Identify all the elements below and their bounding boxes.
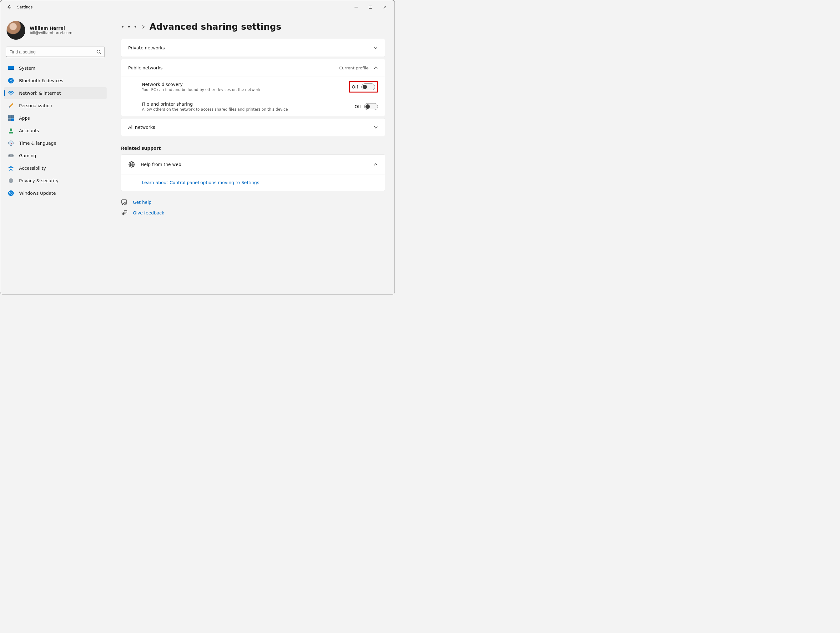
- svg-point-5: [11, 95, 11, 96]
- file-printer-toggle[interactable]: [364, 103, 378, 110]
- sidebar-item-label: Accounts: [19, 128, 39, 133]
- wifi-icon: [8, 90, 14, 96]
- help-title: Help from the web: [141, 162, 181, 167]
- chevron-up-icon: [374, 66, 378, 69]
- sidebar-item-label: Accessibility: [19, 166, 46, 170]
- user-email: bill@williamharrel.com: [30, 31, 72, 35]
- svg-rect-7: [11, 115, 14, 118]
- sidebar-item-update[interactable]: Windows Update: [4, 187, 107, 199]
- sidebar-item-system[interactable]: System: [4, 62, 107, 74]
- help-from-web-header[interactable]: Help from the web: [121, 155, 385, 174]
- network-discovery-toggle[interactable]: [362, 84, 375, 90]
- svg-rect-3: [8, 69, 14, 70]
- panel-all-networks[interactable]: All networks: [121, 118, 385, 136]
- sidebar-item-label: Network & internet: [19, 91, 61, 96]
- panel-title: Public networks: [128, 65, 163, 70]
- svg-rect-9: [11, 118, 14, 121]
- globe-icon: [128, 161, 135, 168]
- sidebar-item-label: Apps: [19, 116, 30, 121]
- search-input[interactable]: [9, 49, 96, 54]
- help-icon: ?: [121, 199, 127, 205]
- svg-rect-8: [8, 118, 11, 121]
- give-feedback-link[interactable]: Give feedback: [121, 210, 385, 216]
- page-title: Advanced sharing settings: [150, 22, 281, 32]
- panel-meta: Current profile: [339, 66, 369, 70]
- svg-rect-6: [8, 115, 11, 118]
- sidebar-item-label: Privacy & security: [19, 178, 58, 183]
- chevron-up-icon: [374, 163, 378, 166]
- svg-point-15: [10, 166, 11, 167]
- close-button[interactable]: [377, 2, 392, 12]
- help-link[interactable]: Learn about Control panel options moving…: [142, 180, 259, 185]
- sidebar-item-label: Bluetooth & devices: [19, 78, 63, 83]
- person-icon: [8, 128, 14, 134]
- titlebar: Settings: [0, 0, 395, 14]
- svg-point-21: [122, 212, 124, 214]
- sidebar-item-apps[interactable]: Apps: [4, 112, 107, 124]
- toggle-state: Off: [355, 104, 361, 109]
- minimize-button[interactable]: [349, 2, 363, 12]
- panel-title: All networks: [128, 125, 155, 130]
- svg-rect-0: [369, 6, 372, 9]
- related-support-label: Related support: [121, 146, 385, 151]
- gamepad-icon: [8, 153, 14, 159]
- sidebar-item-label: System: [19, 66, 35, 71]
- get-help-link[interactable]: ? Get help: [121, 199, 385, 205]
- more-icon[interactable]: • • •: [121, 24, 137, 30]
- accessibility-icon: [8, 165, 14, 171]
- chevron-right-icon: [142, 25, 145, 29]
- help-from-web-card: Help from the web Learn about Control pa…: [121, 155, 385, 191]
- sidebar-item-label: Personalization: [19, 103, 52, 108]
- search-icon: [96, 49, 101, 54]
- svg-rect-22: [124, 211, 127, 213]
- shield-icon: [8, 178, 14, 184]
- sidebar: William Harrel bill@williamharrel.com Sy…: [0, 14, 111, 294]
- sidebar-item-accessibility[interactable]: Accessibility: [4, 162, 107, 174]
- clock-icon: [8, 140, 14, 146]
- user-profile[interactable]: William Harrel bill@williamharrel.com: [4, 19, 107, 45]
- toggle-state: Off: [352, 84, 358, 89]
- sidebar-item-accounts[interactable]: Accounts: [4, 125, 107, 137]
- setting-desc: Your PC can find and be found by other d…: [142, 87, 261, 92]
- sidebar-item-time[interactable]: Time & language: [4, 137, 107, 149]
- svg-point-13: [9, 155, 10, 156]
- sidebar-item-bluetooth[interactable]: Bluetooth & devices: [4, 75, 107, 87]
- sidebar-item-label: Windows Update: [19, 191, 56, 196]
- window-title: Settings: [17, 5, 33, 9]
- svg-point-10: [10, 128, 12, 131]
- sidebar-item-network[interactable]: Network & internet: [4, 87, 107, 99]
- footer-links: ? Get help Give feedback: [121, 199, 385, 216]
- panel-public-header[interactable]: Public networks Current profile: [121, 59, 385, 77]
- get-help-label: Get help: [133, 200, 152, 205]
- setting-network-discovery: Network discovery Your PC can find and b…: [121, 77, 385, 97]
- sidebar-item-personalization[interactable]: Personalization: [4, 100, 107, 112]
- feedback-icon: [121, 210, 127, 216]
- panel-title: Private networks: [128, 45, 165, 51]
- avatar: [6, 21, 25, 40]
- panel-public-networks: Public networks Current profile Network …: [121, 59, 385, 116]
- setting-title: Network discovery: [142, 82, 261, 87]
- svg-text:?: ?: [125, 202, 126, 205]
- sidebar-item-privacy[interactable]: Privacy & security: [4, 175, 107, 186]
- panel-private-networks[interactable]: Private networks: [121, 39, 385, 57]
- back-button[interactable]: [3, 1, 15, 13]
- sidebar-item-label: Time & language: [19, 140, 56, 146]
- update-icon: [8, 190, 14, 196]
- svg-point-1: [97, 50, 100, 53]
- main-content: • • • Advanced sharing settings Private …: [111, 14, 395, 294]
- svg-point-16: [8, 190, 14, 196]
- search-box[interactable]: [6, 47, 105, 57]
- maximize-button[interactable]: [363, 2, 377, 12]
- feedback-label: Give feedback: [133, 210, 164, 215]
- setting-file-printer-sharing: File and printer sharing Allow others on…: [121, 97, 385, 116]
- svg-point-14: [12, 155, 13, 156]
- highlight-box: Off: [349, 81, 378, 93]
- breadcrumb: • • • Advanced sharing settings: [121, 22, 385, 32]
- bluetooth-icon: [8, 77, 14, 84]
- chevron-down-icon: [374, 46, 378, 49]
- setting-desc: Allow others on the network to access sh…: [142, 107, 288, 112]
- brush-icon: [8, 103, 14, 109]
- chevron-down-icon: [374, 126, 378, 129]
- sidebar-item-gaming[interactable]: Gaming: [4, 150, 107, 162]
- sidebar-item-label: Gaming: [19, 153, 36, 158]
